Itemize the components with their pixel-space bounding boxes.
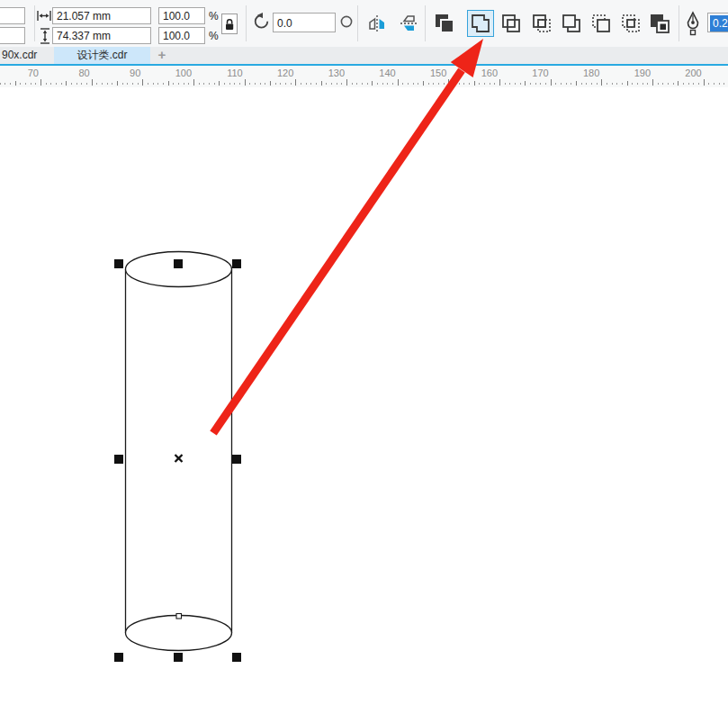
- weld-button[interactable]: [467, 10, 494, 37]
- document-tab-bar: 90x.cdr 设计类.cdr +: [0, 47, 728, 64]
- ruler-tick: [474, 81, 475, 86]
- selection-handle[interactable]: [114, 653, 123, 662]
- drawing-canvas[interactable]: [0, 87, 728, 723]
- ruler-tick: [234, 83, 235, 85]
- object-width-field[interactable]: 21.057 mm: [52, 7, 151, 24]
- ruler-tick: [117, 81, 118, 86]
- scale-y-percent-label: %: [209, 27, 219, 45]
- ruler-tick: [643, 83, 643, 85]
- combine-button[interactable]: [431, 10, 458, 37]
- create-boundary-button[interactable]: [646, 10, 673, 37]
- ruler-tick: [66, 81, 67, 86]
- ruler-tick: [316, 83, 317, 85]
- front-minus-back-icon: [589, 12, 613, 35]
- combine-icon: [433, 12, 456, 35]
- ruler-tick: [142, 79, 143, 86]
- object-y-position-field[interactable]: [0, 27, 25, 44]
- tab-90x-cdr[interactable]: 90x.cdr: [0, 47, 51, 64]
- lock-ratio-button[interactable]: [221, 14, 238, 34]
- ruler-tick: [444, 83, 445, 85]
- object-x-position-field[interactable]: [0, 7, 25, 24]
- ruler-tick: [301, 83, 301, 85]
- ruler-tick: [637, 83, 638, 85]
- ruler-tick: [76, 83, 77, 85]
- ruler-tick: [448, 79, 449, 86]
- trim-button[interactable]: [498, 10, 525, 37]
- ruler-tick: [673, 83, 674, 85]
- ruler-label: 150: [412, 68, 446, 78]
- ruler-tick: [203, 83, 204, 85]
- ruler-label: 80: [56, 68, 90, 78]
- ruler-tick: [647, 83, 648, 85]
- ruler-tick: [86, 83, 87, 85]
- ruler-tick: [50, 83, 51, 85]
- ruler-tick: [652, 79, 653, 86]
- ruler-tick: [132, 83, 133, 85]
- ruler-tick: [295, 79, 296, 86]
- ruler-tick: [607, 83, 607, 85]
- back-minus-front-button[interactable]: [617, 10, 644, 37]
- intersect-button[interactable]: [528, 10, 555, 37]
- ruler-label: 130: [310, 68, 345, 78]
- mirror-horizontal-button[interactable]: [364, 10, 391, 37]
- front-minus-back-button[interactable]: [588, 10, 615, 37]
- ruler-tick: [224, 83, 225, 85]
- ruler-tick: [362, 83, 363, 85]
- ruler-tick: [209, 83, 210, 85]
- ruler-label: 70: [4, 68, 39, 78]
- ruler-tick: [704, 79, 705, 86]
- ruler-tick: [153, 83, 154, 85]
- ruler-tick: [372, 81, 373, 86]
- ruler-tick: [428, 83, 429, 85]
- ruler-tick: [459, 83, 460, 85]
- ruler-label: 200: [668, 68, 702, 78]
- ruler-tick: [291, 83, 292, 85]
- ruler-tick: [285, 83, 286, 85]
- ruler-tick: [168, 81, 169, 86]
- ruler-tick: [479, 83, 480, 85]
- ruler-tick: [306, 83, 307, 85]
- ruler-tick: [520, 83, 521, 85]
- rotation-dial-icon[interactable]: [340, 15, 353, 28]
- new-document-tab-button[interactable]: +: [153, 47, 171, 64]
- ruler-tick: [398, 79, 399, 86]
- object-height-field[interactable]: 74.337 mm: [52, 27, 151, 44]
- ruler-tick: [566, 83, 567, 85]
- ruler-tick: [173, 83, 174, 85]
- selection-handle[interactable]: [232, 455, 241, 464]
- ruler-tick: [494, 83, 495, 85]
- ruler-tick: [219, 81, 220, 86]
- selection-handle[interactable]: [174, 259, 183, 268]
- tab-shejilei-cdr[interactable]: 设计类.cdr: [54, 47, 150, 64]
- ruler-tick: [341, 83, 342, 85]
- ruler-tick: [15, 81, 16, 86]
- selection-handle[interactable]: [174, 653, 183, 662]
- ruler-tick: [438, 83, 439, 85]
- ruler-label: 100: [157, 68, 192, 78]
- simplify-icon: [560, 12, 583, 35]
- lock-icon: [224, 18, 235, 31]
- ruler-tick: [525, 81, 526, 86]
- ruler-tick: [433, 83, 434, 85]
- selection-handle[interactable]: [114, 455, 123, 464]
- mirror-vertical-button[interactable]: [395, 10, 422, 37]
- ruler-tick: [92, 79, 93, 86]
- back-minus-front-icon: [619, 12, 643, 35]
- selection-handle[interactable]: [232, 259, 241, 268]
- ruler-tick: [188, 83, 189, 85]
- simplify-button[interactable]: [558, 10, 585, 37]
- selection-handle[interactable]: [114, 259, 123, 268]
- rotation-angle-field[interactable]: 0.0: [273, 13, 336, 32]
- ruler-tick: [337, 83, 337, 85]
- ruler-tick: [331, 83, 332, 85]
- horizontal-ruler[interactable]: 708090100110120130140150160170180190200: [0, 66, 728, 87]
- ruler-tick: [561, 83, 562, 85]
- scale-y-field[interactable]: 100.0: [158, 27, 205, 44]
- scale-x-field[interactable]: 100.0: [158, 7, 205, 24]
- selection-handle[interactable]: [232, 653, 241, 662]
- ruler-tick: [719, 83, 720, 85]
- object-height-icon: [40, 28, 50, 44]
- outline-width-field[interactable]: 0.2: [707, 13, 728, 32]
- toolbar-separator: [425, 5, 426, 41]
- ruler-tick: [249, 83, 250, 85]
